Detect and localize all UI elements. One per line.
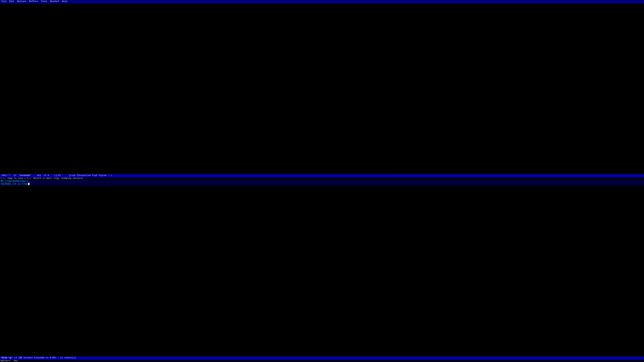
menu-options[interactable]: Options: [16, 0, 27, 3]
menu-edit[interactable]: Edit: [8, 0, 15, 3]
menu-buffers[interactable]: Buffers: [28, 0, 39, 3]
menu-file[interactable]: File: [1, 0, 7, 3]
scratch-buffer: [0, 3, 644, 174]
pattern-value: baz: [12, 359, 18, 362]
emacs-window: File Edit Options Buffers Tools Minibuf …: [0, 0, 644, 362]
rg-result-line[interactable]: 20220201.txt.xz:3:baz: [0, 183, 644, 185]
cursor: [28, 183, 30, 185]
menu-bar: File Edit Options Buffers Tools Minibuf …: [0, 0, 644, 3]
minibuffer-hint-text: C-j: Jump to line ('C-u' Record in mark …: [1, 177, 643, 179]
mode-line-top-text: -UUU:**- F1 *scratch* All of 0 (1,0) (Li…: [1, 174, 398, 177]
pattern-line: pattern: baz: [0, 359, 644, 362]
menu-minibuf[interactable]: Minibuf: [50, 0, 60, 3]
result-filename: 20220201.txt.xz:3:baz: [1, 183, 28, 185]
mode-line-bottom-dashes: ----------------------------------------…: [77, 357, 342, 359]
mode-line-bottom: *helm rg* L1 [RG process finished in 0.0…: [0, 356, 644, 359]
pattern-label: pattern:: [1, 359, 11, 362]
menu-tools[interactable]: Tools: [40, 0, 48, 3]
menu-help[interactable]: Help: [61, 0, 68, 3]
bottom-status: L1 [RG process finished in 0.05s - (1 re…: [13, 357, 76, 359]
rg-header-line: RG [/tmp/d125q/logs/]: [0, 180, 644, 183]
minibuffer-hint: C-j: Jump to line ('C-u' Record in mark …: [0, 177, 644, 180]
helm-buffer: [0, 185, 644, 357]
mode-line-top: -UUU:**- F1 *scratch* All of 0 (1,0) (Li…: [0, 174, 644, 177]
bottom-buffer-name: *helm rg*: [1, 357, 12, 359]
rg-header-text: RG [/tmp/d125q/logs/]: [1, 180, 28, 182]
